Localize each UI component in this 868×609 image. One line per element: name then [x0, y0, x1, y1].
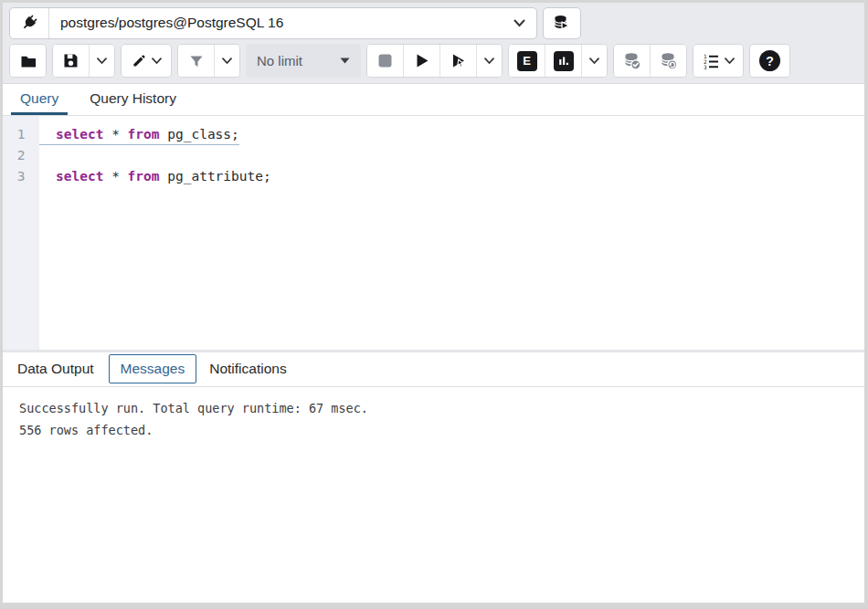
tab-messages-label: Messages	[121, 361, 185, 376]
code-line[interactable]: 1select * from pg_class;	[3, 124, 864, 145]
commit-button[interactable]	[614, 45, 650, 77]
chevron-down-icon	[484, 58, 494, 65]
code-line[interactable]: 2	[3, 145, 864, 166]
connection-status-plug-icon	[10, 8, 49, 38]
triangle-down-icon	[340, 58, 350, 64]
line-number: 2	[3, 145, 39, 166]
tab-data-output[interactable]: Data Output	[15, 354, 97, 383]
main-tabbar: Query Query History	[3, 84, 864, 116]
toolbar: No limit	[9, 44, 858, 78]
filter-options-dropdown[interactable]	[215, 45, 239, 77]
explain-button[interactable]: E	[509, 45, 545, 77]
sql-editor[interactable]: 1select * from pg_class;23select * from …	[3, 116, 864, 350]
row-limit-value: No limit	[257, 53, 302, 68]
message-line: Successfully run. Total query runtime: 6…	[19, 397, 864, 419]
stop-icon	[377, 53, 393, 68]
database-rollback-icon	[659, 51, 679, 71]
help-button[interactable]: ?	[750, 45, 789, 77]
new-connection-button[interactable]	[543, 7, 581, 39]
play-cursor-icon	[450, 52, 467, 69]
connection-bar: postgres/postgres@PostgreSQL 16	[9, 6, 858, 39]
line-code: select * from pg_attribute;	[39, 166, 271, 187]
chevron-down-icon	[589, 58, 599, 65]
tab-data-output-label: Data Output	[17, 361, 94, 376]
save-options-dropdown[interactable]	[90, 45, 114, 77]
numbered-list-icon: 1 2 3	[702, 52, 720, 70]
line-number: 3	[3, 166, 39, 187]
explain-analyze-button[interactable]	[545, 45, 581, 77]
pencil-icon	[131, 53, 147, 69]
tab-query-label: Query	[20, 90, 58, 107]
row-limit-select[interactable]: No limit	[246, 44, 361, 78]
stop-button[interactable]	[367, 45, 403, 77]
edit-dropdown-button[interactable]	[122, 45, 171, 77]
messages-panel: Successfully run. Total query runtime: 6…	[3, 387, 864, 604]
filter-button[interactable]	[178, 45, 214, 77]
save-file-button[interactable]	[53, 45, 89, 77]
code-line[interactable]: 3select * from pg_attribute;	[3, 166, 864, 187]
connection-control: postgres/postgres@PostgreSQL 16	[9, 7, 537, 39]
database-new-icon	[553, 14, 571, 32]
chevron-down-icon	[513, 19, 525, 27]
explain-icon: E	[517, 51, 537, 71]
tab-notifications-label: Notifications	[209, 361, 286, 376]
rollback-button[interactable]	[651, 45, 686, 77]
chevron-down-icon	[97, 58, 107, 65]
chevron-down-icon	[725, 58, 735, 65]
svg-text:3: 3	[704, 64, 707, 70]
tab-notifications[interactable]: Notifications	[206, 354, 289, 383]
explain-dropdown[interactable]	[582, 45, 607, 77]
help-icon: ?	[759, 50, 780, 71]
tab-messages[interactable]: Messages	[109, 354, 197, 383]
chevron-down-icon	[152, 58, 162, 65]
line-code	[39, 145, 56, 166]
open-file-button[interactable]	[10, 45, 46, 77]
folder-icon	[19, 52, 37, 70]
line-code: select * from pg_class;	[39, 124, 239, 145]
execute-button[interactable]	[404, 45, 439, 77]
connection-selector[interactable]: postgres/postgres@PostgreSQL 16	[49, 8, 536, 38]
tab-query-history-label: Query History	[90, 90, 176, 107]
bar-chart-icon	[554, 51, 574, 71]
editor-lines: 1select * from pg_class;23select * from …	[3, 116, 864, 187]
line-number: 1	[3, 124, 39, 145]
tab-query[interactable]: Query	[11, 84, 68, 115]
save-icon	[62, 52, 79, 69]
execute-dropdown[interactable]	[477, 45, 502, 77]
chevron-down-icon	[222, 58, 232, 65]
execute-options-button[interactable]	[440, 45, 476, 77]
database-commit-icon	[622, 51, 642, 71]
query-tool-window: postgres/postgres@PostgreSQL 16	[0, 0, 868, 609]
message-line: 556 rows affected.	[19, 419, 864, 441]
filter-icon	[188, 53, 205, 69]
tab-query-history[interactable]: Query History	[80, 84, 185, 115]
play-icon	[413, 52, 430, 69]
output-tabbar: Data Output Messages Notifications	[3, 352, 864, 387]
connection-value: postgres/postgres@PostgreSQL 16	[60, 15, 283, 31]
header: postgres/postgres@PostgreSQL 16	[3, 3, 864, 84]
macros-dropdown-button[interactable]: 1 2 3	[693, 45, 743, 77]
